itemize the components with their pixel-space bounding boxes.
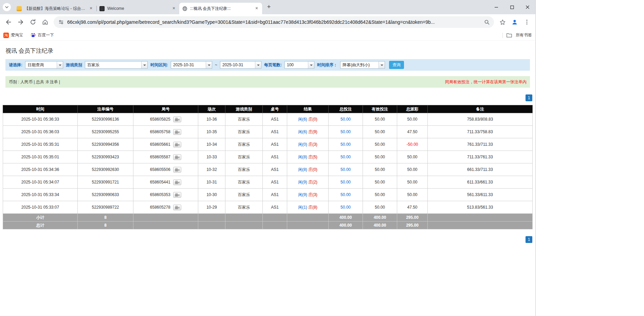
- home-button[interactable]: [39, 16, 51, 28]
- total-bet-link[interactable]: 50.00: [341, 192, 351, 197]
- video-replay-icon[interactable]: [173, 192, 181, 198]
- cell-result: 闲(9) 庄(2): [287, 176, 329, 189]
- date-to-value: 2025-10-31: [220, 63, 255, 67]
- address-bar[interactable]: 66cxkj98.com/ipl/portal.php/game/betreco…: [54, 16, 494, 28]
- chevron-down-icon[interactable]: [308, 62, 314, 68]
- total-bet-link[interactable]: 50.00: [341, 117, 351, 122]
- profile-button[interactable]: [509, 16, 520, 28]
- zoom-indicator-icon[interactable]: [484, 19, 490, 25]
- new-tab-button[interactable]: +: [264, 2, 274, 12]
- column-header: 注单编号: [78, 105, 133, 113]
- pagination-page-button[interactable]: 1: [526, 94, 532, 101]
- result-banker: 庄(5): [308, 155, 317, 159]
- menu-button[interactable]: [521, 16, 533, 28]
- cell-table-number: AS1: [263, 151, 287, 163]
- result-banker: 庄(0): [308, 167, 317, 172]
- cell-payout: 50.00: [397, 163, 428, 176]
- close-window-button[interactable]: [520, 0, 535, 14]
- total-bet-link[interactable]: 50.00: [341, 180, 351, 185]
- cell-bet-number: 522930993423: [78, 151, 133, 163]
- tab-close-icon[interactable]: ×: [254, 6, 259, 11]
- bet-record-row: 2025-10-31 05:36:03522930995255658605758…: [3, 126, 533, 138]
- cell-valid-bet: 50.00: [363, 151, 397, 163]
- tab-search-button[interactable]: [3, 3, 11, 11]
- cell-game-type: 百家乐: [225, 189, 263, 201]
- browser-tab[interactable]: 【新提醒】海燕策略论坛 - 综合…×: [14, 3, 96, 14]
- chevron-down-icon[interactable]: [379, 62, 385, 68]
- video-replay-icon[interactable]: [173, 142, 181, 147]
- cell-result: 闲(9) 庄(3): [287, 189, 329, 201]
- result-player: 闲(1): [298, 205, 307, 210]
- filter-bar: 请选择: 日期查询 游戏类别 百家乐 时间区间: 2025-10-31 ~ 20…: [5, 59, 530, 71]
- tabs-container: 【新提醒】海燕策略论坛 - 综合…×Welcome×:::视讯 会员下注纪录::…: [14, 3, 262, 14]
- bet-table-body: 2025-10-31 05:36:33522930996136658605825…: [3, 113, 533, 214]
- result-player: 闲(8): [298, 155, 307, 159]
- cell-time: 2025-10-31 05:35:31: [3, 138, 78, 151]
- all-bookmarks[interactable]: 所有书签: [502, 32, 532, 38]
- maximize-button[interactable]: [504, 0, 520, 14]
- chevron-down-icon[interactable]: [206, 62, 212, 68]
- select-mode-combobox[interactable]: 日期查询: [25, 61, 63, 69]
- total-bet-link[interactable]: 50.00: [341, 129, 351, 134]
- total-bet-link[interactable]: 50.00: [341, 205, 351, 210]
- cell-note: 761.33/711.33: [428, 138, 533, 151]
- site-info-icon[interactable]: [58, 19, 64, 25]
- back-button[interactable]: [3, 16, 14, 28]
- footer-cell: [133, 222, 198, 229]
- chevron-down-icon[interactable]: [255, 62, 261, 68]
- reload-icon: [30, 19, 36, 25]
- game-type-combobox[interactable]: 百家乐: [85, 61, 148, 69]
- bookmark-item[interactable]: 百度一下: [31, 32, 54, 38]
- video-replay-icon[interactable]: [173, 205, 181, 210]
- cell-bet-number: 522930994356: [78, 138, 133, 151]
- tab-close-icon[interactable]: ×: [88, 6, 94, 11]
- cell-note: 711.33/761.33: [428, 151, 533, 163]
- cell-valid-bet: 50.00: [363, 126, 397, 138]
- chevron-down-icon[interactable]: [141, 62, 147, 68]
- video-replay-icon[interactable]: [173, 167, 181, 173]
- tab-close-icon[interactable]: ×: [171, 6, 177, 11]
- search-button[interactable]: 查询: [389, 61, 404, 69]
- bookmark-star-button[interactable]: [497, 16, 508, 28]
- cell-payout: 47.50: [397, 126, 428, 138]
- total-bet-link[interactable]: 50.00: [341, 155, 351, 159]
- subtotal-row: 小计8400.00400.00295.00: [3, 214, 533, 222]
- footer-cell: [263, 214, 287, 222]
- reload-button[interactable]: [27, 16, 39, 28]
- total-bet-link[interactable]: 50.00: [341, 167, 351, 172]
- footer-cell: [287, 214, 329, 222]
- cell-session: 10-34: [198, 138, 225, 151]
- footer-cell: 8: [78, 222, 133, 229]
- forward-button[interactable]: [15, 16, 26, 28]
- chevron-down-icon[interactable]: [57, 62, 63, 68]
- column-header: 有效投注: [363, 105, 397, 113]
- page-size-combobox[interactable]: 100: [284, 61, 314, 69]
- video-replay-icon[interactable]: [173, 179, 181, 185]
- bookmark-label: 百度一下: [38, 32, 54, 38]
- minimize-button[interactable]: [489, 0, 504, 14]
- browser-tab-active[interactable]: :::视讯 会员下注纪录:::×: [179, 3, 262, 14]
- video-replay-icon[interactable]: [173, 129, 181, 135]
- home-icon: [42, 19, 49, 25]
- bet-record-row: 2025-10-31 05:35:31522930994356658605661…: [3, 138, 533, 151]
- cell-result: 闲(0) 庄(3): [287, 138, 329, 151]
- total-bet-link[interactable]: 50.00: [341, 142, 351, 147]
- video-replay-icon[interactable]: [173, 117, 181, 122]
- cell-table-number: AS1: [263, 163, 287, 176]
- pagination-page-button[interactable]: 1: [526, 236, 532, 243]
- game-type-label: 游戏类别: [66, 62, 82, 68]
- url-text[interactable]: 66cxkj98.com/ipl/portal.php/game/betreco…: [67, 19, 481, 25]
- cell-result: 闲(6) 庄(0): [287, 113, 329, 126]
- footer-cell: 295.00: [397, 222, 428, 229]
- pagination-bottom: 1: [3, 236, 532, 243]
- cell-payout: 47.50: [397, 201, 428, 214]
- video-replay-icon[interactable]: [173, 154, 181, 160]
- browser-tab[interactable]: Welcome×: [96, 3, 179, 14]
- sort-order-combobox[interactable]: 降幂(由大到小): [340, 61, 385, 69]
- profile-icon: [511, 18, 518, 26]
- date-to-combobox[interactable]: 2025-10-31: [220, 61, 261, 69]
- cell-time: 2025-10-31 05:34:36: [3, 163, 78, 176]
- bookmark-item[interactable]: 淘爱淘宝: [3, 32, 23, 38]
- footer-cell: 小计: [3, 214, 78, 222]
- date-from-combobox[interactable]: 2025-10-31: [171, 61, 212, 69]
